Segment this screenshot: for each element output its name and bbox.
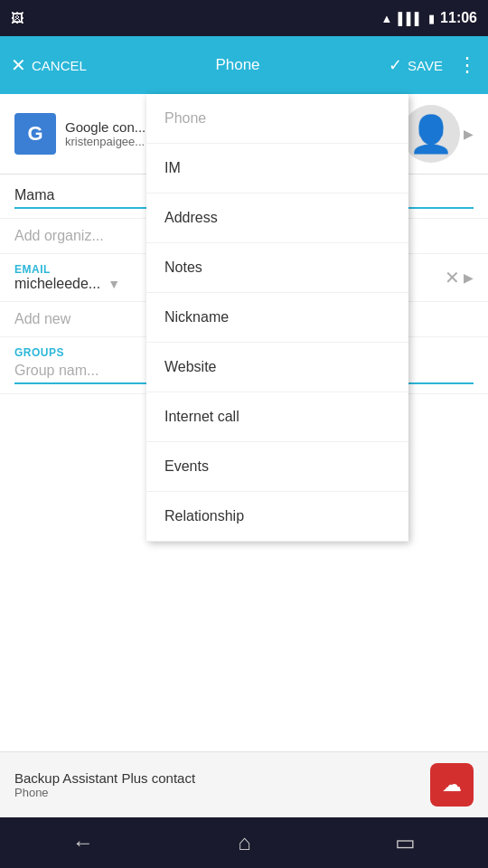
dropdown-menu: Phone IM Address Notes Nickname Website …	[146, 94, 408, 542]
save-check-icon: ✓	[389, 55, 402, 75]
status-bar: 🖼 ▲ ▌▌▌ ▮ 11:06	[0, 0, 488, 36]
cancel-button[interactable]: ✕ CANCEL	[11, 54, 87, 76]
backup-subtitle: Phone	[14, 786, 430, 799]
top-bar: ✕ CANCEL Phone ✓ SAVE ⋮	[0, 36, 488, 94]
home-button[interactable]: ⌂	[238, 830, 251, 855]
avatar-expand-arrow: ▶	[464, 127, 474, 141]
save-label: SAVE	[408, 58, 443, 73]
backup-section: Backup Assistant Plus contact Phone ☁	[0, 751, 488, 817]
page-title: Phone	[87, 56, 389, 74]
battery-icon: ▮	[428, 12, 435, 25]
backup-title: Backup Assistant Plus contact	[14, 770, 430, 786]
gallery-icon: 🖼	[11, 11, 23, 25]
signal-icon: ▌▌▌	[398, 12, 423, 25]
dropdown-item-website[interactable]: Website	[146, 343, 408, 392]
cancel-x-icon: ✕	[11, 54, 26, 76]
email-close-button[interactable]: ✕	[445, 267, 460, 288]
group-name-placeholder: Group nam...	[14, 363, 99, 378]
backup-text: Backup Assistant Plus contact Phone	[14, 770, 430, 799]
dropdown-item-nickname[interactable]: Nickname	[146, 293, 408, 343]
cancel-label: CANCEL	[32, 58, 87, 73]
save-button[interactable]: ✓ SAVE	[389, 55, 443, 75]
dropdown-item-address[interactable]: Address	[146, 193, 408, 243]
more-options-button[interactable]: ⋮	[457, 53, 477, 77]
org-placeholder: Add organiz...	[14, 228, 104, 243]
google-icon: G	[14, 113, 56, 155]
dropdown-item-events[interactable]: Events	[146, 442, 408, 492]
dropdown-item-im[interactable]: IM	[146, 144, 408, 193]
email-value: micheleede...	[14, 276, 100, 292]
email-arrow: ▼	[108, 277, 120, 291]
status-time: 11:06	[440, 10, 477, 26]
dropdown-item-notes[interactable]: Notes	[146, 243, 408, 293]
dropdown-item-internet-call[interactable]: Internet call	[146, 392, 408, 442]
back-button[interactable]: ←	[72, 830, 94, 855]
dropdown-item-relationship[interactable]: Relationship	[146, 492, 408, 542]
nav-bar: ← ⌂ ▭	[0, 817, 488, 868]
avatar: 👤	[402, 105, 460, 163]
dropdown-item-phone[interactable]: Phone	[146, 94, 408, 144]
email-expand-arrow: ▶	[464, 270, 474, 285]
recent-button[interactable]: ▭	[395, 830, 416, 855]
add-new-placeholder: Add new	[14, 311, 70, 326]
avatar-person-icon: 👤	[408, 116, 454, 152]
wifi-icon: ▲	[381, 12, 393, 25]
backup-cloud-icon: ☁	[430, 763, 474, 807]
